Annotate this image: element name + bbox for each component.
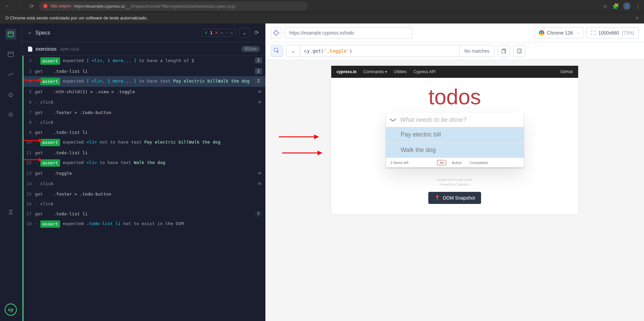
command-row[interactable]: 15get .footer > .todo-button xyxy=(24,189,265,199)
command-row[interactable]: 9get .todo-list li xyxy=(24,127,265,138)
snapshot-eye-icon[interactable]: 👁 xyxy=(257,89,262,96)
command-number: 18 xyxy=(24,220,32,227)
automation-banner: O Chrome está sendo controlado por um so… xyxy=(0,12,644,23)
copy-selector-button[interactable] xyxy=(498,45,510,57)
todo-item[interactable]: Pay electric bill xyxy=(386,127,524,143)
command-row[interactable]: 14-click👁 xyxy=(24,179,265,189)
result-count-badge: 2 xyxy=(255,78,262,84)
window-icon xyxy=(7,31,14,38)
filter-completed[interactable]: Completed xyxy=(468,160,490,165)
address-bar[interactable]: ! Não seguro https://example.cypress.io/… xyxy=(39,1,308,11)
nav-github[interactable]: GitHub xyxy=(560,69,573,74)
annotation-arrow xyxy=(23,137,43,144)
profile-avatar[interactable]: 👤 xyxy=(623,2,631,10)
sidebar-item-specs[interactable] xyxy=(5,29,16,40)
command-row[interactable]: 18-assert expected .todo-list li not to … xyxy=(24,219,265,229)
spec-file-row[interactable]: 📄 exercicios .spec.cy.js 551ms xyxy=(22,42,265,56)
selector-playground-bar: ⌄ cy.get('.toggle') No matches xyxy=(265,42,644,60)
browser-selector[interactable]: Chrome 126 ⌄ xyxy=(534,27,584,39)
svg-marker-15 xyxy=(39,139,43,143)
collapse-icon[interactable]: ⇥ xyxy=(27,30,31,36)
nav-commands[interactable]: Commands ▾ xyxy=(363,69,387,74)
app-brand: cypress.io xyxy=(337,69,356,74)
viewport-selector[interactable]: ⛶ 1000x660 (73%) xyxy=(587,27,639,39)
browser-toolbar: ← → ⟳ ! Não seguro https://example.cypre… xyxy=(0,0,644,12)
method-dropdown[interactable]: ⌄ xyxy=(287,45,300,57)
command-row[interactable]: 10-assert expected <li> not to have text… xyxy=(24,137,265,148)
sidebar-item-graph[interactable] xyxy=(5,69,16,80)
new-todo-input[interactable]: What needs to be done? xyxy=(400,116,519,123)
nav-cypress-api[interactable]: Cypress API xyxy=(414,69,436,74)
command-row[interactable]: 8-click xyxy=(24,117,265,127)
back-button[interactable]: ← xyxy=(3,1,12,11)
sidebar-item-debug[interactable] xyxy=(5,89,16,100)
snapshot-eye-icon[interactable]: 👁 xyxy=(257,99,262,106)
gear-icon xyxy=(7,111,14,118)
assert-badge: assert xyxy=(40,57,60,65)
command-row[interactable]: 7get .footer > .todo-button xyxy=(24,108,265,118)
command-row[interactable]: 13get .toggle👁 xyxy=(24,168,265,179)
svg-point-11 xyxy=(10,114,12,116)
forward-button[interactable]: → xyxy=(15,1,24,11)
match-count: No matches xyxy=(459,45,494,57)
command-log[interactable]: 2-assert expected [ <li>, 1 more... ] to… xyxy=(23,56,265,321)
cypress-sidebar: cy xyxy=(0,23,22,321)
cypress-logo[interactable]: cy xyxy=(5,304,17,316)
sidebar-item-runs[interactable] xyxy=(5,49,16,60)
assert-badge: assert xyxy=(40,139,60,146)
insecure-label: Não seguro xyxy=(50,4,71,8)
aut-header: https://example.cypress.io/todo Chrome 1… xyxy=(265,23,644,42)
filter-active[interactable]: Active xyxy=(449,160,464,165)
command-row[interactable]: 3get .todo-list li2 xyxy=(24,66,265,76)
command-row[interactable]: 4-assert expected [ <li>, 1 more... ] to… xyxy=(24,76,265,87)
viewport-scale: (73%) xyxy=(622,30,634,36)
browser-menu-icon[interactable]: ⋮ xyxy=(635,3,641,9)
command-row[interactable]: 16-click xyxy=(24,199,265,209)
command-number: 11 xyxy=(24,150,32,156)
assert-badge: assert xyxy=(40,220,60,228)
command-number: 5 xyxy=(24,89,32,95)
command-row[interactable]: 6-click👁 xyxy=(24,97,265,108)
spec-name: exercicios xyxy=(36,46,56,52)
options-dropdown[interactable]: ⌄ xyxy=(239,28,250,38)
aut-url[interactable]: https://example.cypress.io/todo xyxy=(285,27,413,39)
dom-snapshot-button[interactable]: 📍 DOM Snapshot xyxy=(428,192,481,204)
assert-badge: assert xyxy=(40,78,60,85)
snapshot-eye-icon[interactable]: 👁 xyxy=(257,170,262,177)
snapshot-eye-icon[interactable]: 👁 xyxy=(257,180,262,188)
selector-playground-toggle[interactable] xyxy=(271,28,282,38)
svg-marker-31 xyxy=(317,151,323,155)
command-row[interactable]: 11get .todo-list li xyxy=(24,148,265,158)
bookmark-icon[interactable]: ☆ xyxy=(602,3,608,9)
sidebar-item-settings[interactable] xyxy=(5,109,16,120)
print-selector-button[interactable] xyxy=(513,45,525,57)
banner-close-icon[interactable]: × xyxy=(636,15,639,21)
spec-extension: .spec.cy.js xyxy=(59,46,79,51)
command-row[interactable]: 17get .todo-list li0 xyxy=(24,209,265,219)
todo-item[interactable]: Walk the dog xyxy=(386,143,524,158)
svg-marker-29 xyxy=(314,135,319,139)
pick-element-button[interactable] xyxy=(271,45,283,57)
command-row[interactable]: 2-assert expected [ <li>, 1 more... ] to… xyxy=(24,56,265,66)
command-number: 15 xyxy=(24,191,32,198)
command-row[interactable]: 12-assert expected <li> to have text Wal… xyxy=(24,158,265,168)
selector-code[interactable]: cy.get('.toggle') xyxy=(300,48,459,54)
filter-all[interactable]: All xyxy=(437,160,446,165)
pending-count: -- xyxy=(230,30,233,35)
nav-utilities[interactable]: Utilities xyxy=(394,69,407,74)
new-todo-row: ❯ What needs to be done? xyxy=(386,113,524,127)
aut-panel: https://example.cypress.io/todo Chrome 1… xyxy=(265,23,644,321)
toggle-all-icon[interactable]: ❯ xyxy=(389,117,397,122)
todos-title: todos xyxy=(331,85,578,109)
sidebar-item-shortcuts[interactable] xyxy=(5,207,16,217)
pin-icon: 📍 xyxy=(434,195,440,201)
duration-badge: 551ms xyxy=(241,46,260,52)
passed-count: 1 xyxy=(210,30,213,35)
viewport-icon: ⛶ xyxy=(591,30,596,36)
command-number: 9 xyxy=(24,129,32,136)
reload-button[interactable]: ⟳ xyxy=(27,1,36,11)
rerun-button[interactable]: ⟳ xyxy=(253,28,260,37)
extensions-icon[interactable]: 🧩 xyxy=(612,3,619,9)
annotation-arrow xyxy=(282,150,323,156)
command-row[interactable]: 5get :nth-child(1) > .view > .toggle👁 xyxy=(24,87,265,97)
